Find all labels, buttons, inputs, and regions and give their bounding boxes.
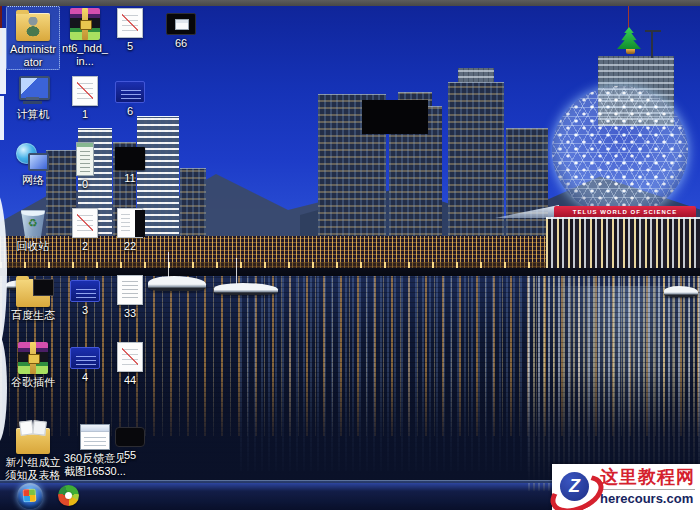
desktop-icon-33[interactable]: 33 — [104, 273, 156, 321]
watermark-text: 这里教程网 herecours.com — [600, 468, 695, 506]
boat — [214, 283, 278, 295]
desktop-icon-nt6-hdd[interactable]: nt6_hdd_in... — [60, 6, 110, 68]
antenna — [651, 30, 653, 58]
desktop-icon-new-group-folder[interactable]: 新小组成立须知及表格 — [2, 419, 64, 482]
boat-mast — [236, 258, 237, 284]
user-folder-icon — [16, 13, 50, 41]
blue-window-icon — [115, 81, 145, 103]
desktop-icon-66[interactable]: 66 — [156, 6, 206, 51]
winrar-archive-icon — [70, 8, 100, 40]
antenna — [645, 30, 661, 32]
taskbar-360-app-button[interactable] — [58, 485, 79, 506]
desktop-icon-44[interactable]: 44 — [104, 340, 156, 388]
icon-label: 3 — [82, 304, 88, 317]
boat — [664, 286, 698, 297]
icon-label: 22 — [124, 240, 136, 253]
blue-window-icon — [70, 280, 100, 302]
black-image-icon — [115, 147, 145, 170]
icon-label: Administrator — [8, 43, 58, 68]
black-patch — [362, 100, 428, 134]
desktop-icon-computer[interactable]: 计算机 — [6, 74, 60, 122]
icon-label: 网络 — [22, 174, 44, 187]
windows-logo-icon — [23, 489, 37, 503]
icon-label: 计算机 — [17, 108, 50, 121]
gadget-string — [628, 6, 629, 29]
document-icon — [72, 76, 98, 106]
icon-label: 回收站 — [17, 240, 50, 253]
icon-label: 2 — [82, 240, 88, 253]
science-world-dome — [552, 86, 688, 216]
icon-label: 谷歌插件 — [11, 376, 55, 389]
icon-label: 66 — [175, 37, 187, 50]
icon-label: 0 — [82, 178, 88, 191]
desktop-icon-6[interactable]: 6 — [104, 74, 156, 119]
tree-pot — [626, 49, 635, 54]
desktop-icon-1[interactable]: 1 — [60, 74, 110, 122]
desktop-icon-4[interactable]: 4 — [60, 340, 110, 385]
site-url: herecours.com — [600, 489, 695, 506]
icon-label: 1 — [82, 108, 88, 121]
icon-label: 6 — [127, 105, 133, 118]
icon-label: 5 — [127, 40, 133, 53]
black-window-icon — [166, 13, 196, 35]
document-icon — [117, 275, 143, 305]
desktop-icon-0[interactable]: 0 — [60, 140, 110, 192]
blue-window-icon — [70, 347, 100, 369]
icon-label: 11 — [124, 172, 135, 185]
site-watermark: Z 这里教程网 herecours.com — [552, 464, 700, 510]
desktop-icon-2[interactable]: 2 — [60, 206, 110, 254]
watermark-logo-icon: Z — [552, 465, 596, 509]
document-icon — [117, 208, 143, 238]
document-icon — [72, 208, 98, 238]
recycle-bin-icon — [20, 208, 46, 238]
icon-label: 4 — [82, 371, 88, 384]
boat-mast — [168, 252, 169, 277]
desktop-icon-network[interactable]: 网络 — [6, 140, 60, 188]
document-icon — [117, 342, 143, 372]
icon-label: nt6_hdd_in... — [61, 42, 109, 67]
folder-with-documents-icon — [16, 428, 50, 454]
document-icon — [117, 8, 143, 38]
desktop-icon-baidu[interactable]: 百度生态 — [6, 273, 60, 323]
folder-with-screen-icon — [16, 279, 50, 307]
winrar-archive-icon — [18, 342, 48, 374]
icon-label: 33 — [124, 307, 136, 320]
logo-letter: Z — [560, 472, 589, 501]
network-globe-icon — [15, 142, 51, 172]
desktop-icon-administrator[interactable]: Administrator — [6, 6, 60, 70]
desktop-icon-3[interactable]: 3 — [60, 273, 110, 318]
desktop-icon-recycle-bin[interactable]: 回收站 — [6, 206, 60, 254]
boat — [148, 276, 206, 291]
edge-artifact — [0, 96, 4, 140]
icon-label: 百度生态 — [11, 309, 55, 322]
site-name: 这里教程网 — [600, 468, 695, 488]
black-image-icon — [115, 427, 145, 447]
desktop-screen: TELUS WORLD OF SCIENCE Administrator — [0, 0, 700, 510]
icon-label: 55 — [124, 449, 136, 462]
tall-screenshot-icon — [76, 142, 94, 176]
glass-pavilion — [546, 217, 700, 272]
start-button[interactable] — [17, 483, 43, 509]
icon-label: 新小组成立须知及表格 — [3, 456, 63, 481]
icon-label: 44 — [124, 374, 136, 387]
desktop-icon-plugin[interactable]: 谷歌插件 — [6, 340, 60, 390]
desktop-icon-11[interactable]: 11 — [104, 140, 156, 186]
desktop-icon-55[interactable]: 55 — [104, 419, 156, 463]
desktop-icon-5[interactable]: 5 — [104, 6, 156, 54]
desktop-icon-22[interactable]: 22 — [104, 206, 156, 254]
computer-icon — [17, 76, 49, 106]
